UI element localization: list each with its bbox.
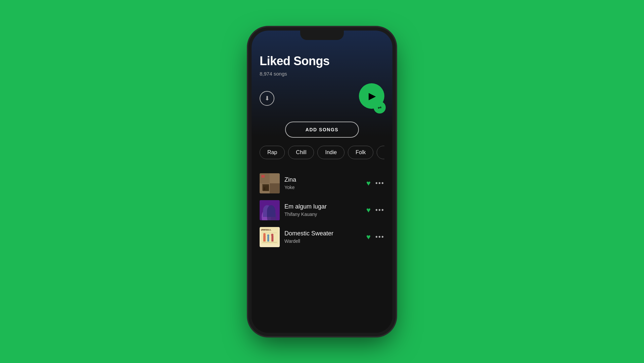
more-options-icon-em[interactable]: ••• (375, 206, 384, 214)
song-count: 8,974 songs (260, 71, 384, 77)
heart-icon-domestic[interactable]: ♥ (366, 233, 371, 241)
song-actions-em: ♥ ••• (366, 206, 384, 215)
more-options-icon-domestic[interactable]: ••• (375, 233, 384, 241)
heart-icon-em[interactable]: ♥ (366, 206, 371, 215)
actions-row: ⬇ ▶ ⇌ (260, 83, 384, 114)
svg-point-17 (267, 234, 269, 236)
song-artist-em: Thifany Kauany (284, 212, 362, 217)
svg-rect-2 (270, 183, 280, 193)
svg-point-9 (263, 206, 269, 213)
song-art-em (260, 200, 280, 220)
svg-rect-1 (260, 173, 270, 183)
song-info-zina: Zina Yoke (284, 176, 362, 190)
song-item-zina[interactable]: Zina Yoke ♥ ••• (260, 170, 384, 197)
genre-chip-electronic[interactable]: Electronic (377, 146, 384, 159)
genre-chip-chill[interactable]: Chill (288, 146, 314, 159)
song-list: Zina Yoke ♥ ••• (260, 170, 384, 251)
heart-icon-zina[interactable]: ♥ (366, 179, 371, 188)
play-shuffle-group: ▶ ⇌ (354, 83, 384, 114)
add-songs-button[interactable]: ADD SONGS (285, 122, 359, 138)
phone-notch (300, 31, 344, 40)
genre-filters: Rap Chill Indie Folk Electronic H (260, 146, 384, 161)
song-name-domestic: Domestic Sweater (284, 230, 362, 237)
genre-chip-folk[interactable]: Folk (348, 146, 373, 159)
download-icon: ⬇ (265, 95, 270, 102)
phone-wrapper: Liked Songs 8,974 songs ⬇ ▶ ⇌ ADD SONGS … (252, 31, 392, 333)
svg-point-10 (269, 206, 275, 213)
song-actions-domestic: ♥ ••• (366, 233, 384, 241)
svg-point-8 (267, 210, 276, 220)
song-name-em: Em algum lugar (284, 203, 362, 210)
shuffle-icon: ⇌ (378, 105, 382, 110)
genre-chip-indie[interactable]: Indie (317, 146, 344, 159)
svg-text:WARDELL: WARDELL (262, 228, 271, 230)
shuffle-button[interactable]: ⇌ (374, 101, 386, 114)
song-art-zina (260, 173, 280, 193)
svg-rect-4 (264, 187, 265, 190)
svg-point-19 (271, 233, 273, 236)
genre-chip-rap[interactable]: Rap (260, 146, 285, 159)
song-artist-domestic: Wardell (284, 238, 362, 244)
svg-rect-5 (261, 175, 265, 178)
svg-point-15 (263, 233, 266, 235)
song-name-zina: Zina (284, 176, 362, 183)
download-button[interactable]: ⬇ (260, 91, 274, 106)
song-actions-zina: ♥ ••• (366, 179, 384, 188)
screen: Liked Songs 8,974 songs ⬇ ▶ ⇌ ADD SONGS … (252, 31, 392, 333)
svg-rect-20 (262, 242, 277, 242)
song-item-em[interactable]: Em algum lugar Thifany Kauany ♥ ••• (260, 197, 384, 224)
play-icon: ▶ (369, 90, 376, 101)
song-item-domestic[interactable]: WARDELL (260, 224, 384, 251)
song-info-domestic: Domestic Sweater Wardell (284, 230, 362, 244)
song-artist-zina: Yoke (284, 185, 362, 190)
svg-rect-3 (263, 185, 269, 191)
song-info-em: Em algum lugar Thifany Kauany (284, 203, 362, 217)
page-title: Liked Songs (260, 54, 384, 68)
svg-rect-18 (271, 236, 273, 241)
song-art-domestic: WARDELL (260, 227, 280, 247)
svg-rect-14 (263, 235, 266, 241)
more-options-icon-zina[interactable]: ••• (375, 179, 384, 187)
svg-rect-16 (267, 236, 269, 241)
